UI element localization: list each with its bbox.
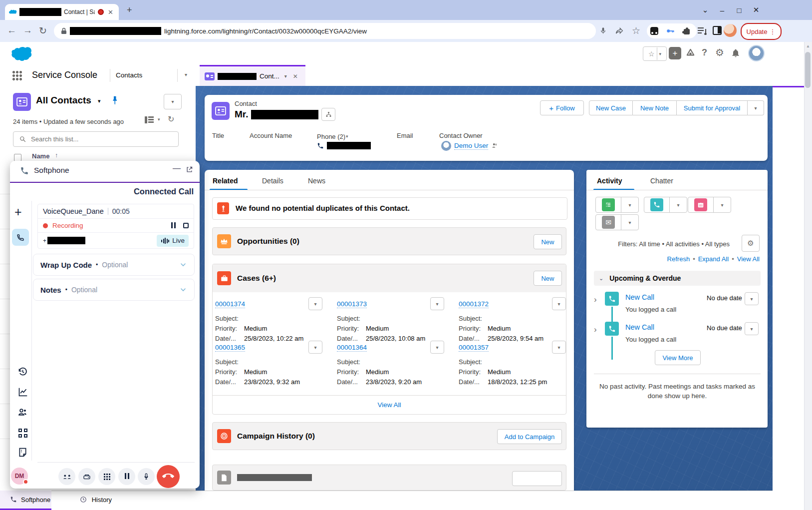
partial-section-button[interactable]: [512, 471, 562, 486]
new-case-related-button[interactable]: New: [534, 271, 562, 286]
list-view-title[interactable]: All Contacts: [36, 95, 91, 106]
rail-apps-grid-icon[interactable]: [18, 429, 27, 438]
contacts-tab-caret-icon[interactable]: ▾: [185, 72, 187, 77]
timeline-item-title[interactable]: New Call: [625, 293, 654, 301]
campaign-history-section[interactable]: Campaign History (0) Add to Campaign: [212, 422, 566, 450]
scroll-up-arrow-icon[interactable]: ▲: [806, 44, 810, 48]
user-avatar[interactable]: [748, 45, 765, 61]
browser-menu-kebab-icon[interactable]: ⋮: [769, 28, 776, 35]
browser-tab[interactable]: Contact | Sal ✕: [5, 4, 119, 20]
expand-all-link[interactable]: Expand All: [698, 255, 729, 263]
case-row-dropdown-button[interactable]: ▾: [552, 341, 566, 354]
transfer-call-button[interactable]: [58, 468, 75, 485]
list-actions-dropdown-button[interactable]: ▾: [164, 94, 182, 109]
tab-contact-record-active[interactable]: Cont... ▾ ✕: [200, 65, 305, 86]
case-number-link[interactable]: 00001373: [337, 300, 367, 308]
softphone-add-tab-icon[interactable]: +: [14, 205, 22, 219]
rail-contacts-icon[interactable]: [17, 407, 28, 418]
email-button-group[interactable]: ✉ ▾: [595, 214, 639, 230]
record-tab-close-icon[interactable]: ✕: [293, 73, 298, 80]
hold-call-button[interactable]: [118, 468, 135, 485]
new-case-button[interactable]: New Case: [589, 100, 633, 115]
select-all-checkbox[interactable]: [14, 154, 21, 161]
softphone-call-tab-active[interactable]: [12, 229, 29, 246]
new-event-button-group[interactable]: ▾: [688, 197, 731, 213]
case-row-dropdown-button[interactable]: ▾: [552, 297, 566, 310]
view-all-link[interactable]: View All: [737, 255, 760, 263]
list-search-box[interactable]: [13, 131, 179, 147]
extension-icon[interactable]: [650, 27, 658, 35]
case-number-link[interactable]: 00001374: [215, 300, 245, 308]
new-tab-button[interactable]: +: [127, 5, 132, 15]
opportunities-title[interactable]: Opportunities (0): [237, 237, 299, 246]
reload-icon[interactable]: ↻: [39, 25, 47, 36]
email-caret-icon[interactable]: ▾: [621, 215, 638, 230]
rail-history-icon[interactable]: [17, 367, 28, 377]
sidepanel-icon[interactable]: [713, 26, 722, 35]
bookmark-star-icon[interactable]: ☆: [632, 25, 640, 36]
mic-icon[interactable]: [599, 25, 607, 36]
pinned-list-icon[interactable]: [111, 95, 120, 106]
playlist-icon[interactable]: [698, 27, 707, 35]
utility-softphone-tab[interactable]: Softphone: [0, 491, 51, 510]
window-maximize-button[interactable]: □: [731, 3, 748, 16]
agent-avatar[interactable]: DM: [11, 468, 28, 485]
tab-news[interactable]: News: [308, 177, 325, 185]
wrap-up-code-accordion[interactable]: Wrap Up Code • Optional: [33, 254, 195, 276]
name-column-header[interactable]: Name: [32, 152, 49, 160]
refresh-link[interactable]: Refresh: [667, 255, 690, 263]
display-as-icon[interactable]: [145, 116, 155, 124]
share-icon[interactable]: [615, 26, 624, 35]
submit-for-approval-button[interactable]: Submit for Approval: [677, 100, 748, 115]
tab-related[interactable]: Related: [213, 177, 238, 185]
tab-activity[interactable]: Activity: [597, 177, 622, 185]
new-task-caret-icon[interactable]: ▾: [621, 197, 638, 212]
dialpad-button[interactable]: [98, 468, 115, 485]
case-number-link[interactable]: 00001364: [337, 344, 367, 352]
view-more-button[interactable]: View More: [655, 350, 701, 365]
activity-settings-gear-button[interactable]: ⚙: [742, 235, 760, 252]
add-to-campaign-button[interactable]: Add to Campaign: [497, 429, 562, 444]
owner-link[interactable]: Demo User: [454, 142, 488, 150]
update-browser-button[interactable]: Update ⋮: [741, 23, 782, 40]
upcoming-overdue-header[interactable]: ⌄ Upcoming & Overdue: [594, 271, 761, 286]
rail-notes-icon[interactable]: [17, 447, 28, 458]
notes-accordion[interactable]: Notes • Optional: [33, 279, 195, 301]
hierarchy-button[interactable]: [321, 108, 335, 121]
display-as-caret-icon[interactable]: ▾: [158, 117, 160, 122]
app-launcher-waffle-icon[interactable]: [12, 70, 22, 80]
timeline-item-dropdown-button[interactable]: ▾: [745, 322, 759, 335]
expand-item-chevron-icon[interactable]: ›: [594, 295, 597, 305]
notifications-bell-icon[interactable]: [731, 47, 741, 58]
change-owner-icon[interactable]: [491, 142, 498, 149]
expand-item-chevron-icon[interactable]: ›: [594, 325, 597, 335]
tab-close-icon[interactable]: ✕: [108, 8, 113, 16]
setup-gear-icon[interactable]: ⚙: [715, 46, 724, 58]
case-number-link[interactable]: 00001357: [459, 344, 489, 352]
case-row-dropdown-button[interactable]: ▾: [430, 297, 444, 310]
help-icon[interactable]: ?: [702, 47, 707, 58]
list-view-caret-icon[interactable]: ▾: [98, 98, 101, 104]
case-row-dropdown-button[interactable]: ▾: [430, 341, 444, 354]
tab-chatter[interactable]: Chatter: [650, 177, 673, 185]
page-scrollbar-thumb[interactable]: [805, 52, 811, 88]
cases-section-header[interactable]: Cases (6+) New: [213, 264, 566, 292]
log-call-icon[interactable]: [650, 198, 663, 211]
page-scrollbar[interactable]: ▲: [804, 42, 812, 510]
address-bar[interactable]: lightning.force.com/lightning/r/Contact/…: [54, 23, 596, 39]
more-actions-dropdown-button[interactable]: ▾: [748, 100, 764, 115]
softphone-minimize-icon[interactable]: —: [173, 164, 181, 173]
end-call-button[interactable]: [157, 465, 180, 488]
window-close-button[interactable]: ✕: [748, 3, 765, 16]
view-all-cases-link[interactable]: View All: [213, 401, 566, 409]
email-icon[interactable]: ✉: [602, 216, 615, 229]
device-settings-button[interactable]: [78, 468, 95, 485]
rail-analytics-icon[interactable]: [17, 387, 28, 397]
new-note-button[interactable]: New Note: [633, 100, 677, 115]
section-collapse-icon[interactable]: ⌄: [599, 275, 603, 282]
phone-dropdown-caret-icon[interactable]: ▾: [346, 134, 348, 139]
timeline-item-title[interactable]: New Call: [625, 323, 654, 331]
campaign-title[interactable]: Campaign History (0): [237, 432, 315, 441]
back-icon[interactable]: ←: [7, 25, 16, 36]
cases-title[interactable]: Cases (6+): [237, 274, 276, 283]
